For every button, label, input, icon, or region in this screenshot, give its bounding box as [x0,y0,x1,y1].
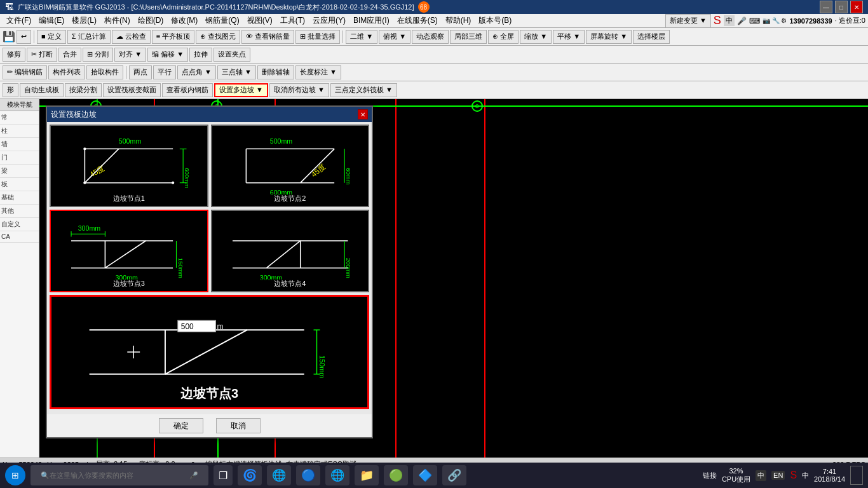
large-preview[interactable]: 500 m 150mm 边坡节点3 [50,295,369,409]
undo-btn[interactable]: ↩ [17,30,31,44]
sidebar-common[interactable]: 常 [0,111,39,125]
split-btn[interactable]: ⊞ 分割 [83,48,113,62]
app5-btn[interactable]: 📁 [355,465,379,485]
taskview-btn[interactable]: ❐ [214,465,233,485]
2d-btn[interactable]: 二维 ▼ [346,30,377,44]
confirm-button[interactable]: 确定 [159,418,203,433]
align-btn[interactable]: 对齐 ▼ [114,48,146,62]
app6-btn[interactable]: 🟢 [384,465,408,485]
menu-online[interactable]: 在线服务(S) [393,14,442,27]
top-view-btn[interactable]: 俯视 ▼ [379,30,410,44]
break-btn[interactable]: ✂ 打断 [27,48,57,62]
screen-rotate-btn[interactable]: 屏幕旋转 ▼ [586,30,632,44]
svg-text:150mm: 150mm [318,355,326,378]
menu-edit[interactable]: 编辑(E) [35,14,68,27]
dynamic-view-btn[interactable]: 动态观察 [412,30,449,44]
angle-btn[interactable]: 点点角 ▼ [177,65,216,79]
save-icon[interactable]: 💾 [3,30,15,43]
menu-floor[interactable]: 楼层(L) [68,14,100,27]
grip-btn[interactable]: 设置夹点 [214,48,250,62]
cloud-check-btn[interactable]: ☁ 云检查 [112,30,151,44]
del-axis-btn[interactable]: 删除辅轴 [257,65,294,79]
ime3[interactable]: S [790,470,797,481]
select-floor-btn[interactable]: 选择楼层 [633,30,670,44]
maximize-button[interactable]: □ [835,1,848,13]
menu-file[interactable]: 文件(F) [3,14,35,27]
node-cell-2[interactable]: 45度 500mm 600mm 60mm 边坡节点2 [211,125,370,207]
cad-viewport[interactable]: ⊕ ⊕ ⊕ 设置筏板边坡 ✕ [39,99,868,458]
start-button[interactable]: ⊞ [5,465,25,485]
split-by-beam-btn[interactable]: 按梁分割 [65,83,102,97]
app7-btn[interactable]: 🔷 [413,465,437,485]
batch-select-btn[interactable]: ⊞ 批量选择 [295,30,340,44]
define-btn[interactable]: ■ 定义 [37,30,66,44]
offset-btn[interactable]: 编 偏移 ▼ [147,48,188,62]
sidebar-custom[interactable]: 自定义 [0,218,39,231]
trim-btn[interactable]: 修剪 [3,48,25,62]
stretch-btn[interactable]: 拉伸 [189,48,212,62]
show-desktop-btn[interactable] [850,466,863,485]
menu-draw[interactable]: 绘图(D) [134,14,168,27]
node-cell-3[interactable]: 300mm 150mm 300mm 边坡节点3 [50,210,208,292]
close-button[interactable]: ✕ [850,1,863,13]
partial-3d-btn[interactable]: 局部三维 [450,30,487,44]
cancel-all-slope-btn[interactable]: 取消所有边坡 ▼ [269,83,329,97]
menu-help[interactable]: 帮助(H) [442,14,475,27]
fullscreen-btn[interactable]: ⊕ 全屏 [488,30,519,44]
sidebar-other[interactable]: 其他 [0,205,39,218]
level-top-btn[interactable]: ≡ 平齐板顶 [152,30,194,44]
pan-btn[interactable]: 平移 ▼ [553,30,585,44]
menu-cloud[interactable]: 云应用(Y) [309,14,349,27]
svg-text:200mm: 200mm [345,258,352,278]
merge-btn[interactable]: 合并 [58,48,81,62]
ime2[interactable]: EN [771,471,785,480]
new-change-btn[interactable]: 新建变更 ▼ [665,14,711,28]
menu-modify[interactable]: 修改(M) [167,14,201,27]
ime4[interactable]: 中 [802,471,809,480]
sidebar-ca[interactable]: CA [0,231,39,243]
component-list-btn[interactable]: 构件列表 [48,65,85,79]
shape-btn[interactable]: 形 [3,83,18,97]
app2-btn[interactable]: 🌐 [267,465,291,485]
sidebar-door[interactable]: 门 [0,151,39,165]
zoom-btn[interactable]: 缩放 ▼ [520,30,552,44]
search-input[interactable] [50,471,189,479]
three-point-btn[interactable]: 三点轴 ▼ [217,65,256,79]
node-cell-4[interactable]: 200mm 300mm 边坡节点4 [211,210,370,292]
sum-btn[interactable]: Σ 汇总计算 [67,30,111,44]
three-point-slope-btn[interactable]: 三点定义斜筏板 ▼ [330,83,397,97]
set-multi-slope-btn[interactable]: 设置多边坡 ▼ [214,83,268,97]
sidebar-column[interactable]: 柱 [0,125,39,138]
parallel-btn[interactable]: 平行 [153,65,176,79]
app4-btn[interactable]: 🌐 [325,465,349,485]
auto-gen-btn[interactable]: 自动生成板 [20,83,64,97]
ime1[interactable]: 中 [756,470,766,481]
length-mark-btn[interactable]: 长度标注 ▼ [295,65,341,79]
pick-component-btn[interactable]: 拾取构件 [86,65,123,79]
dialog-close-btn[interactable]: ✕ [358,109,368,119]
app3-btn[interactable]: 🔵 [296,465,320,485]
menu-tools[interactable]: 工具(T) [276,14,309,27]
sidebar-foundation[interactable]: 基础 [0,191,39,205]
menu-steel[interactable]: 钢筋量(Q) [201,14,243,27]
search-bar[interactable]: 🔍 🎤 [31,465,208,485]
menu-bim[interactable]: BIM应用(I) [349,14,393,27]
two-point-btn[interactable]: 两点 [129,65,152,79]
menu-version[interactable]: 版本号(B) [475,14,515,27]
menu-component[interactable]: 构件(N) [100,14,134,27]
menu-view[interactable]: 视图(V) [243,14,276,27]
app1-btn[interactable]: 🌀 [238,465,262,485]
app8-btn[interactable]: 🔗 [442,465,466,485]
view-slab-steel-btn[interactable]: 查看板内钢筋 [162,83,213,97]
minimize-button[interactable]: — [820,1,832,13]
node-cell-1[interactable]: 45度 500mm [50,125,208,207]
view-steel-btn[interactable]: 👁 查看钢筋量 [241,30,294,44]
sidebar-slab[interactable]: 板 [0,178,39,191]
cancel-button[interactable]: 取消 [216,418,261,433]
set-cross-section-btn[interactable]: 设置筏板变截面 [103,83,161,97]
sidebar-beam[interactable]: 梁 [0,165,39,178]
find-btn[interactable]: ⊕ 查找图元 [196,30,240,44]
sidebar-wall[interactable]: 墙 [0,138,39,151]
dialog-title[interactable]: 设置筏板边坡 ✕ [47,107,372,122]
edit-steel-btn[interactable]: ✏ 编辑钢筋 [3,65,47,79]
